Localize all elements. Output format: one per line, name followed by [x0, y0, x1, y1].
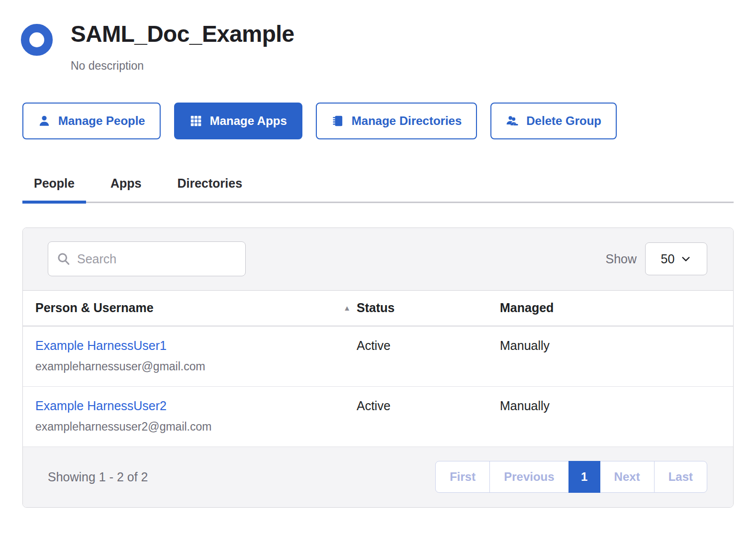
table-row: Example HarnessUser1 exampleharnessuser@…: [23, 327, 733, 387]
show-label: Show: [605, 252, 637, 266]
page-title: SAML_Doc_Example: [71, 21, 294, 47]
person-name-link[interactable]: Example HarnessUser2: [35, 399, 167, 413]
person-cell: Example HarnessUser2 exampleharnessuser2…: [35, 399, 357, 434]
column-header-status: Status: [357, 301, 500, 315]
chevron-down-icon: [680, 253, 691, 264]
managed-cell: Manually: [500, 399, 733, 434]
person-email: exampleharnessuser@gmail.com: [35, 360, 357, 373]
pagination-next-button[interactable]: Next: [600, 461, 655, 493]
search-input[interactable]: [48, 241, 246, 276]
page: SAML_Doc_Example No description Manage P…: [0, 0, 756, 508]
action-buttons: Manage People Manage Apps Manage Directo…: [22, 103, 734, 139]
manage-people-label: Manage People: [58, 114, 145, 128]
manage-directories-button[interactable]: Manage Directories: [316, 103, 477, 139]
tab-directories[interactable]: Directories: [166, 176, 254, 202]
column-header-managed: Managed: [500, 301, 733, 315]
table-row: Example HarnessUser2 exampleharnessuser2…: [23, 387, 733, 447]
manage-apps-label: Manage Apps: [210, 114, 287, 128]
manage-apps-button[interactable]: Manage Apps: [174, 103, 302, 139]
table-header-row: Person & Username ▲ Status Managed: [23, 291, 733, 327]
status-cell: Active: [357, 338, 500, 373]
page-size-dropdown[interactable]: 50: [645, 242, 707, 275]
group-header-text: SAML_Doc_Example No description: [71, 21, 294, 73]
people-table-card: Show 50 Person & Username ▲ Status Manag…: [22, 227, 734, 508]
column-header-person-username[interactable]: Person & Username ▲: [35, 301, 357, 315]
page-size-control: Show 50: [605, 242, 707, 275]
delete-group-label: Delete Group: [526, 114, 601, 128]
group-description: No description: [71, 59, 294, 73]
tab-apps[interactable]: Apps: [99, 176, 153, 202]
search-field-wrap: [48, 241, 246, 276]
remove-user-icon: [506, 114, 519, 127]
tab-people[interactable]: People: [22, 176, 86, 202]
person-name-link[interactable]: Example HarnessUser1: [35, 338, 167, 352]
table-footer: Showing 1 - 2 of 2 First Previous 1 Next…: [23, 447, 733, 507]
person-cell: Example HarnessUser1 exampleharnessuser@…: [35, 338, 357, 373]
pagination-previous-button[interactable]: Previous: [489, 461, 568, 493]
manage-directories-label: Manage Directories: [352, 114, 462, 128]
pagination-page-1-button[interactable]: 1: [568, 461, 600, 493]
pagination: First Previous 1 Next Last: [435, 461, 707, 493]
grid-icon: [189, 114, 202, 127]
group-header: SAML_Doc_Example No description: [22, 0, 734, 73]
directory-icon: [331, 114, 344, 127]
person-icon: [38, 114, 51, 127]
managed-cell: Manually: [500, 338, 733, 373]
search-icon: [56, 251, 71, 266]
person-email: exampleharnessuser2@gmail.com: [35, 420, 357, 434]
table-toolbar: Show 50: [23, 228, 733, 291]
tab-bar: People Apps Directories: [22, 176, 734, 203]
column-header-person-label: Person & Username: [35, 301, 154, 315]
pagination-first-button[interactable]: First: [435, 461, 490, 493]
pagination-last-button[interactable]: Last: [654, 461, 707, 493]
results-summary: Showing 1 - 2 of 2: [48, 470, 148, 484]
sort-asc-icon: ▲: [343, 304, 351, 312]
status-cell: Active: [357, 399, 500, 434]
page-size-value: 50: [661, 252, 675, 266]
delete-group-button[interactable]: Delete Group: [490, 103, 617, 139]
group-icon: [21, 24, 53, 56]
manage-people-button[interactable]: Manage People: [22, 103, 161, 139]
